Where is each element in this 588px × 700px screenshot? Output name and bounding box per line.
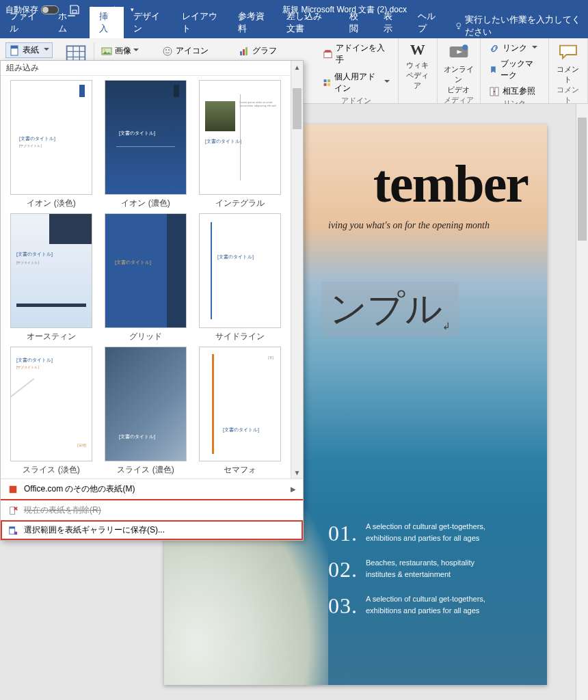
svg-rect-11 (243, 49, 245, 55)
gallery-item-ion-dark[interactable]: [文書のタイトル] イオン (濃色) (101, 80, 191, 209)
gallery-item-sideline[interactable]: [文書のタイトル] サイドライン (195, 213, 285, 342)
gallery-item-integral[interactable]: Lorem ipsum dolor sit amet consectetur a… (195, 80, 285, 209)
svg-rect-27 (10, 526, 15, 528)
online-video-button[interactable]: オンライン ビデオ (443, 41, 475, 95)
store-icon (323, 49, 333, 59)
comment-label: コメント (554, 64, 582, 85)
get-addins-button[interactable]: アドインを入手 (320, 41, 392, 67)
gallery-item-slice-dark[interactable]: [文書のタイトル] スライス (濃色) (101, 347, 191, 476)
svg-rect-13 (324, 52, 332, 57)
list-num: 01. (328, 521, 358, 546)
svg-point-1 (457, 23, 461, 27)
gallery-item-austin[interactable]: [文書のタイトル][サブタイトル] オースティン (6, 213, 96, 342)
comment-icon (557, 41, 579, 63)
list-item: 01. A selection of cultural get-together… (328, 521, 485, 546)
wikipedia-button[interactable]: W ウィキ ペディア (404, 41, 431, 91)
tab-mailings[interactable]: 差し込み文書 (277, 7, 340, 38)
submenu-arrow-icon: ▶ (291, 485, 296, 493)
sample-text: ンプル (330, 288, 442, 329)
wikipedia-label-1: ウィキ (406, 60, 429, 70)
tab-layout[interactable]: レイアウト (172, 7, 228, 38)
svg-point-9 (168, 49, 170, 51)
menu-save-to-gallery[interactable]: 選択範囲を表紙ギャラリーに保存(S)... (1, 520, 303, 540)
svg-rect-23 (10, 507, 15, 514)
gallery-caption: イオン (淡色) (27, 198, 75, 209)
menu-remove-cover[interactable]: 現在の表紙を削除(R) (1, 499, 303, 520)
page-icon (9, 45, 20, 56)
crossref-label: 相互参照 (503, 85, 535, 97)
crossref-button[interactable]: 相互参照 (486, 84, 538, 98)
gallery-scrollbar[interactable]: ▼ (291, 76, 303, 479)
scroll-up-icon[interactable]: ▲ (291, 61, 303, 73)
svg-rect-12 (245, 47, 248, 55)
svg-rect-3 (11, 46, 18, 49)
wikipedia-label-2: ペディア (404, 70, 431, 91)
remove-icon (8, 505, 18, 516)
scroll-down-icon[interactable]: ▼ (291, 466, 303, 479)
gallery-caption: グリッド (129, 331, 162, 342)
menu-save-label: 選択範囲を表紙ギャラリーに保存(S)... (24, 524, 165, 536)
sample-text-box[interactable]: ンプル↲ (321, 282, 459, 337)
numbered-list: 01. A selection of cultural get-together… (328, 521, 485, 630)
link-label: リンク (503, 42, 527, 54)
gallery-caption: イオン (濃色) (121, 198, 170, 209)
svg-point-19 (462, 44, 468, 50)
tab-review[interactable]: 校閲 (340, 7, 374, 38)
autosave-toggle[interactable] (41, 5, 59, 14)
online-video-label-1: オンライン (443, 64, 475, 85)
gallery-caption: オースティン (27, 331, 76, 342)
gallery-item-slice-light[interactable]: [文書のタイトル][サブタイトル][日付] スライス (淡色) (6, 347, 96, 476)
page-heading: tember (373, 153, 528, 215)
cover-page-button[interactable]: 表紙 (5, 42, 53, 58)
gallery-item-grid[interactable]: [文書のタイトル] グリッド (101, 213, 191, 342)
gallery-item-ion-light[interactable]: [文書のタイトル][サブタイトル] イオン (淡色) (6, 80, 96, 209)
gallery-scrollbar-thumb[interactable] (293, 88, 302, 129)
gallery-bottom-menu: Office.com のその他の表紙(M) ▶ 現在の表紙を削除(R) 選択範囲… (1, 479, 303, 540)
gallery-item-semaphore[interactable]: [文書のタイトル][年] セマフォ (195, 347, 285, 476)
tab-design[interactable]: デザイン (124, 7, 172, 38)
menu-more-from-office[interactable]: Office.com のその他の表紙(M) ▶ (1, 479, 303, 499)
list-num: 03. (328, 593, 358, 619)
bookmark-label: ブックマーク (500, 58, 540, 81)
link-button[interactable]: リンク (486, 41, 540, 55)
chart-icon (239, 46, 250, 57)
list-item: 02. Beaches, restaurants, hospitalityins… (328, 557, 485, 582)
svg-rect-14 (324, 79, 327, 82)
tab-references[interactable]: 参考資料 (228, 7, 277, 38)
svg-rect-4 (67, 46, 85, 60)
tell-me-placeholder: 実行したい作業を入力してください (465, 14, 583, 38)
ribbon-group-comments: コメント コメント (549, 38, 588, 103)
gallery-caption: スライス (淡色) (23, 464, 79, 476)
tab-help[interactable]: ヘルプ (408, 7, 449, 38)
office-icon (8, 484, 18, 495)
vertical-scrollbar[interactable] (576, 104, 588, 700)
ribbon-group-media: オンライン ビデオ メディア (438, 38, 481, 103)
chart-button[interactable]: グラフ (236, 44, 280, 58)
menu-remove-label: 現在の表紙を削除(R) (24, 504, 101, 516)
ribbon-group-addins: アドインを入手 個人用アドイン アドイン (315, 38, 399, 103)
my-addins-button[interactable]: 個人用アドイン (320, 70, 392, 96)
gallery-section-header: 組み込み (1, 61, 291, 76)
gallery-caption: サイドライン (215, 331, 265, 342)
images-icon (101, 46, 112, 57)
scrollbar-thumb[interactable] (578, 118, 587, 241)
icons-button[interactable]: アイコン (159, 44, 211, 58)
images-button[interactable]: 画像 (98, 44, 142, 58)
chart-label: グラフ (252, 45, 277, 57)
tab-view[interactable]: 表示 (374, 7, 408, 38)
ribbon-tabs: ファイル ホーム 挿入 デザイン レイアウト 参考資料 差し込み文書 校閲 表示… (0, 19, 588, 38)
tab-insert[interactable]: 挿入 (90, 7, 124, 38)
icons-label: アイコン (176, 45, 209, 57)
tell-me-box[interactable]: 実行したい作業を入力してください (449, 14, 588, 38)
comment-button[interactable]: コメント (554, 41, 582, 85)
svg-rect-17 (328, 83, 330, 86)
cover-page-gallery: 組み込み ▲ [文書のタイトル][サブタイトル] イオン (淡色) [文書のタイ… (0, 60, 304, 541)
svg-rect-20 (490, 88, 494, 96)
icons-icon (162, 46, 173, 57)
svg-point-7 (163, 47, 172, 55)
ribbon-group-wikipedia: W ウィキ ペディア (399, 38, 438, 103)
online-video-label-2: ビデオ (447, 85, 470, 95)
svg-rect-15 (328, 79, 330, 82)
images-label: 画像 (115, 45, 139, 57)
bookmark-button[interactable]: ブックマーク (486, 57, 543, 83)
